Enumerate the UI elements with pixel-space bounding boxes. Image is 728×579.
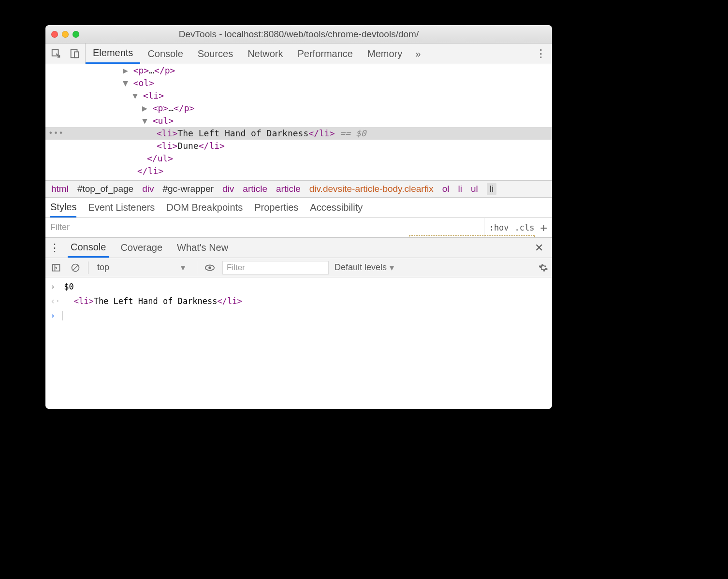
main-tabs: Elements Console Sources Network Perform… (86, 43, 426, 64)
window-title: DevTools - localhost:8080/web/tools/chro… (45, 29, 552, 40)
devtools-window: DevTools - localhost:8080/web/tools/chro… (45, 25, 552, 409)
crumb-article[interactable]: article (243, 184, 267, 194)
execution-context-select[interactable]: top ▾ (94, 262, 191, 273)
console-settings-icon[interactable] (539, 263, 548, 273)
drawer-menu-icon[interactable]: ⋮ (49, 242, 59, 254)
crumb-gc-wrapper[interactable]: #gc-wrapper (162, 184, 214, 194)
dom-line[interactable]: ▼ <ol> (45, 77, 552, 89)
drawer-tab-coverage[interactable]: Coverage (117, 242, 165, 253)
main-toolbar: Elements Console Sources Network Perform… (45, 43, 552, 64)
crumb-li[interactable]: li (458, 184, 462, 194)
crumb-html[interactable]: html (51, 184, 69, 194)
inspect-element-icon[interactable] (49, 47, 63, 60)
dom-line[interactable]: ▼ <li> (45, 89, 552, 102)
console-input-echo[interactable]: › $0 (45, 279, 552, 294)
crumb-li-selected[interactable]: li (487, 183, 496, 195)
clear-console-icon[interactable] (69, 261, 82, 275)
new-style-rule-icon[interactable]: + (540, 221, 547, 234)
dom-line[interactable]: ▶ <p>…</p> (45, 64, 552, 77)
tab-styles[interactable]: Styles (50, 198, 76, 217)
minimize-window-button[interactable] (62, 31, 69, 38)
console-filter-input[interactable] (222, 261, 329, 275)
device-toolbar-icon[interactable] (68, 47, 81, 60)
drawer-tabbar: ⋮ Console Coverage What's New ✕ (45, 238, 552, 258)
tab-memory[interactable]: Memory (360, 43, 409, 64)
toggle-hov-button[interactable]: :hov (489, 223, 509, 232)
selected-line-gutter-icon[interactable]: ••• (45, 127, 64, 140)
crumb-article[interactable]: article (276, 184, 301, 194)
svg-rect-2 (74, 52, 78, 58)
styles-tabbar: Styles Event Listeners DOM Breakpoints P… (45, 198, 552, 218)
dom-line[interactable]: <li>Dune</li> (45, 140, 552, 152)
svg-point-8 (208, 266, 211, 269)
crumb-ul[interactable]: ul (471, 184, 478, 194)
tab-elements[interactable]: Elements (86, 43, 140, 64)
log-levels-select[interactable]: Default levels▾ (335, 262, 394, 273)
dom-line-selected[interactable]: <li>The Left Hand of Darkness</li> == $0 (45, 127, 552, 140)
drawer: ⋮ Console Coverage What's New ✕ top ▾ (45, 237, 552, 409)
elements-dom-tree[interactable]: ▶ <p>…</p> ▼ <ol> ▼ <li> ▶ <p>…</p> ▼ <u… (45, 64, 552, 180)
console-output[interactable]: › $0 ‹· <li>The Left Hand of Darkness</l… (45, 277, 552, 409)
toggle-cls-button[interactable]: .cls (515, 223, 535, 232)
tab-properties[interactable]: Properties (254, 202, 298, 213)
more-tabs-icon[interactable]: » (409, 48, 426, 59)
svg-line-6 (73, 265, 78, 270)
tab-accessibility[interactable]: Accessibility (310, 202, 363, 213)
toggle-console-sidebar-icon[interactable] (49, 261, 63, 275)
console-prompt[interactable]: › (45, 308, 552, 323)
traffic-lights (45, 31, 79, 38)
crumb-devsite-article-body[interactable]: div.devsite-article-body.clearfix (309, 184, 434, 194)
dom-line[interactable]: ▶ <p>…</p> (45, 102, 552, 115)
tab-dom-breakpoints[interactable]: DOM Breakpoints (166, 202, 243, 213)
styles-filter-input[interactable] (45, 222, 484, 232)
console-output-line[interactable]: ‹· <li>The Left Hand of Darkness</li> (45, 294, 552, 308)
close-window-button[interactable] (51, 31, 58, 38)
tab-network[interactable]: Network (240, 43, 290, 64)
tab-performance[interactable]: Performance (291, 43, 361, 64)
tab-event-listeners[interactable]: Event Listeners (88, 202, 155, 213)
styles-filter-row: :hov .cls + (45, 218, 552, 237)
drawer-tab-whats-new[interactable]: What's New (174, 242, 231, 253)
crumb-top-of-page[interactable]: #top_of_page (77, 184, 133, 194)
zoom-window-button[interactable] (73, 31, 79, 38)
tab-sources[interactable]: Sources (190, 43, 240, 64)
drawer-tab-console[interactable]: Console (68, 238, 109, 258)
dom-line[interactable]: ▼ <ul> (45, 115, 552, 127)
console-toolbar: top ▾ Default levels▾ (45, 258, 552, 277)
live-expression-icon[interactable] (203, 261, 217, 275)
box-model-peek (409, 235, 535, 237)
close-drawer-icon[interactable]: ✕ (530, 242, 548, 254)
settings-menu-icon[interactable]: ⋮ (529, 47, 552, 60)
tab-console[interactable]: Console (140, 43, 190, 64)
titlebar: DevTools - localhost:8080/web/tools/chro… (45, 25, 552, 43)
crumb-div[interactable]: div (142, 184, 154, 194)
crumb-div[interactable]: div (222, 184, 234, 194)
crumb-ol[interactable]: ol (442, 184, 450, 194)
dom-line[interactable]: </li> (45, 165, 552, 177)
dom-line[interactable]: </ul> (45, 152, 552, 165)
breadcrumb-trail: html #top_of_page div #gc-wrapper div ar… (45, 180, 552, 198)
